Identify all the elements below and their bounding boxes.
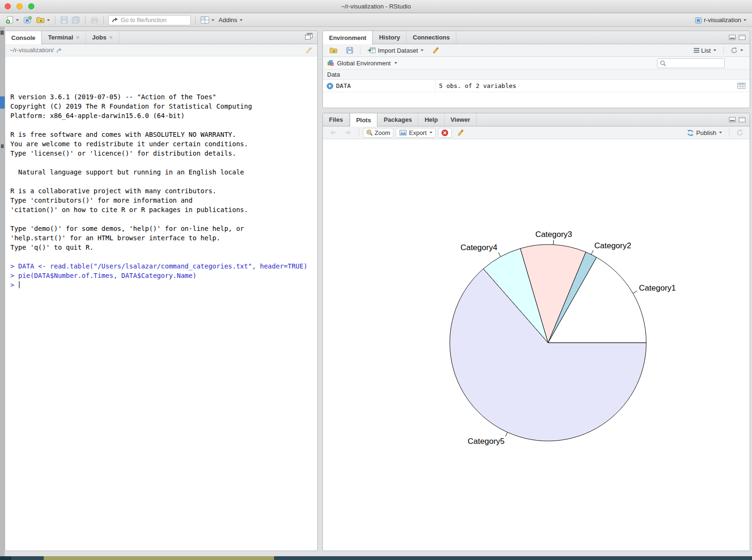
maximize-pane-button[interactable]	[739, 117, 745, 122]
save-all-icon	[72, 16, 80, 24]
svg-text:R: R	[697, 18, 700, 23]
console-line: R version 3.6.1 (2019-07-05) -- "Action …	[10, 92, 317, 102]
save-workspace-button[interactable]	[343, 46, 356, 55]
tab-connections-label: Connections	[413, 34, 450, 41]
print-icon	[91, 17, 98, 24]
console-line	[10, 252, 317, 261]
restore-panes-icon	[305, 33, 313, 40]
import-dataset-label: Import Dataset	[378, 47, 418, 54]
refresh-icon	[731, 47, 737, 54]
minimize-window-button[interactable]	[16, 3, 23, 9]
expand-object-icon[interactable]	[327, 83, 333, 89]
refresh-plot-button[interactable]	[733, 128, 746, 138]
tab-connections[interactable]: Connections	[407, 31, 456, 44]
tab-plots[interactable]: Plots	[350, 113, 378, 126]
pie-label-tick	[553, 240, 554, 245]
console-line: Type 'q()' to quit R.	[10, 243, 317, 252]
list-view-label: List	[701, 47, 711, 54]
import-dataset-icon	[368, 47, 376, 54]
addins-button[interactable]: Addins	[218, 16, 243, 24]
object-name: DATA	[336, 82, 351, 89]
tab-files[interactable]: Files	[323, 113, 350, 126]
import-dataset-button[interactable]: Import Dataset	[364, 46, 427, 55]
save-all-button[interactable]	[71, 16, 81, 24]
console-line: Type 'license()' or 'licence()' for dist…	[10, 149, 317, 158]
restore-panes-button[interactable]	[305, 33, 313, 42]
open-file-button[interactable]	[35, 16, 51, 24]
clear-environment-button[interactable]	[429, 46, 443, 55]
clear-console-icon[interactable]	[306, 47, 313, 54]
pane-layout-button[interactable]	[200, 16, 215, 24]
refresh-environment-button[interactable]	[728, 46, 746, 55]
close-window-button[interactable]	[5, 3, 11, 9]
window-title: ~/r-visualization - RStudio	[0, 0, 752, 13]
environment-toolbar: Import Dataset List	[323, 44, 750, 57]
tab-terminal-label: Terminal	[48, 34, 73, 41]
list-view-button[interactable]: List	[690, 46, 720, 55]
export-image-icon	[399, 129, 407, 136]
clear-plots-button[interactable]	[454, 128, 468, 138]
global-environment-icon	[327, 60, 334, 66]
tab-help-label: Help	[424, 116, 438, 123]
project-name-label: r-visualization	[704, 16, 741, 24]
new-file-button[interactable]	[5, 15, 20, 25]
zoom-label: Zoom	[375, 129, 390, 136]
next-plot-button[interactable]	[342, 128, 355, 138]
tab-history[interactable]: History	[373, 31, 407, 44]
save-icon	[346, 47, 353, 54]
pie-label: Category1	[639, 284, 676, 292]
open-folder-icon	[36, 16, 45, 24]
tab-packages[interactable]: Packages	[377, 113, 418, 126]
new-project-button[interactable]: R	[22, 15, 33, 25]
tab-jobs[interactable]: Jobs ×	[86, 31, 119, 44]
open-file-caret-icon	[47, 19, 50, 21]
tab-packages-label: Packages	[384, 116, 412, 123]
global-environment-label[interactable]: Global Environment	[337, 60, 391, 67]
svg-text:R: R	[26, 18, 29, 23]
previous-plot-button[interactable]	[326, 128, 339, 138]
tab-terminal[interactable]: Terminal ×	[42, 31, 86, 44]
minimize-pane-button[interactable]	[729, 117, 736, 122]
environment-search-input[interactable]	[668, 60, 720, 67]
new-file-caret-icon	[16, 19, 19, 21]
goto-file-input[interactable]	[121, 17, 182, 24]
remove-plot-icon	[441, 129, 448, 136]
tab-console[interactable]: Console	[5, 31, 42, 44]
export-caret-icon	[430, 132, 432, 134]
toolbar-separator	[55, 16, 55, 24]
remove-plot-button[interactable]	[438, 128, 452, 138]
tab-files-label: Files	[329, 116, 343, 123]
maximize-pane-button[interactable]	[739, 35, 745, 40]
environment-entry-row[interactable]: DATA 5 obs. of 2 variables	[323, 80, 750, 92]
console-output[interactable]: R version 3.6.1 (2019-07-05) -- "Action …	[5, 87, 317, 551]
close-icon[interactable]: ×	[76, 34, 80, 40]
plots-toolbar: Zoom Export Publish	[323, 126, 750, 139]
console-line: 'help.start()' for an HTML browser inter…	[10, 233, 317, 243]
goto-directory-icon[interactable]	[56, 47, 63, 53]
tab-environment[interactable]: Environment	[323, 31, 373, 44]
tab-environment-label: Environment	[329, 34, 366, 41]
console-line: > DATA <- read.table("/Users/lsalazar/co…	[10, 261, 317, 271]
console-line	[10, 177, 317, 186]
close-icon[interactable]: ×	[109, 34, 113, 40]
pie-label-tick	[591, 250, 593, 254]
export-plot-button[interactable]: Export	[396, 128, 436, 138]
zoom-window-button[interactable]	[28, 3, 34, 9]
minimize-pane-button[interactable]	[729, 35, 736, 40]
pie-chart: Category1Category2Category3Category4Cate…	[323, 140, 750, 551]
goto-file-box[interactable]	[108, 15, 191, 25]
view-table-icon[interactable]	[737, 83, 745, 89]
tab-help[interactable]: Help	[418, 113, 444, 126]
project-menu-button[interactable]: R r-visualization	[694, 16, 747, 25]
pie-label-tick	[633, 291, 637, 293]
print-button[interactable]	[90, 16, 99, 24]
addins-label: Addins	[219, 16, 237, 24]
zoom-plot-button[interactable]: Zoom	[363, 128, 393, 138]
load-workspace-button[interactable]	[326, 46, 341, 55]
desktop-icon-fragment	[0, 96, 5, 109]
environment-search-box[interactable]	[657, 58, 725, 68]
toolbar-separator	[729, 129, 729, 137]
save-button[interactable]	[60, 16, 69, 24]
publish-button[interactable]: Publish	[683, 128, 725, 138]
tab-viewer[interactable]: Viewer	[445, 113, 477, 126]
